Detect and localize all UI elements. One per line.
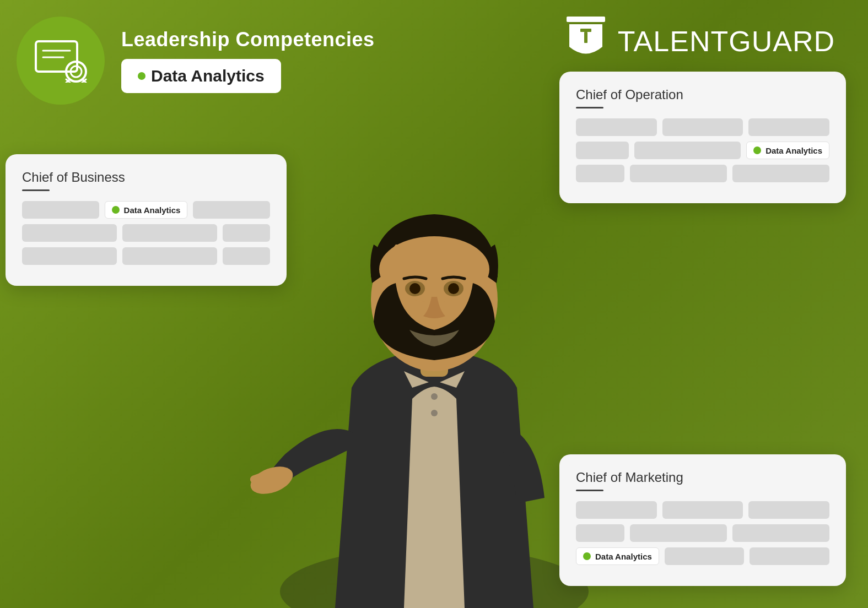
svg-point-18 [409,283,420,294]
certificate-icon [33,39,88,83]
skeleton-block [748,118,829,136]
badge-dot [138,72,145,80]
card-chief-of-business: Chief of Business Data Analytics [6,154,287,286]
card-chief-of-marketing: Chief of Marketing Data Analytics [559,454,846,586]
header-section: Leadership Competencies Data Analytics [17,17,375,105]
card-operation-row-2: Data Analytics [576,142,829,159]
badge-text: Data Analytics [124,205,181,215]
badge-dot [583,552,591,560]
badge-dot [753,146,761,154]
leadership-competencies-title: Leadership Competencies [121,28,375,51]
badge-dot [112,206,120,214]
skeleton-block [22,247,117,265]
skeleton-block [193,201,270,219]
card-business-row-1: Data Analytics [22,201,270,219]
skeleton-block [732,165,829,182]
skeleton-block [732,524,829,542]
competency-badge: Data Analytics [121,59,281,93]
skeleton-block [576,524,624,542]
svg-rect-23 [431,410,438,416]
card-business-row-2 [22,224,270,242]
talentguard-logo: TALENTGUARD [564,17,835,66]
shield-icon [564,17,608,66]
skeleton-block [122,224,217,242]
skeleton-block [22,201,99,219]
badge-label: Data Analytics [151,67,265,85]
svg-rect-22 [431,393,438,400]
skeleton-block [22,224,117,242]
skeleton-block [122,247,217,265]
skeleton-block [223,247,270,265]
card-marketing-row-3: Data Analytics [576,547,829,565]
data-analytics-badge-business: Data Analytics [105,201,188,219]
badge-text: Data Analytics [595,552,652,561]
badge-text: Data Analytics [765,146,822,155]
skeleton-block [576,501,657,519]
skeleton-block [576,142,629,159]
skeleton-block [630,165,727,182]
svg-rect-9 [567,17,605,22]
card-business-divider [22,189,50,191]
skeleton-block [662,501,743,519]
skeleton-block [662,118,743,136]
card-marketing-row-1 [576,501,829,519]
data-analytics-badge-operation: Data Analytics [746,142,829,159]
brand-name: TALENTGUARD [618,25,835,58]
card-marketing-row-2 [576,524,829,542]
card-business-row-3 [22,247,270,265]
card-marketing-title: Chief of Marketing [576,470,829,485]
card-operation-row-3 [576,165,829,182]
card-business-title: Chief of Business [22,170,270,185]
svg-point-19 [448,283,459,294]
card-operation-divider [576,107,603,108]
card-chief-of-operation: Chief of Operation Data Analytics [559,72,846,203]
skeleton-block [576,118,657,136]
certificate-icon-circle [17,17,105,105]
data-analytics-badge-marketing: Data Analytics [576,547,659,565]
skeleton-block [576,165,624,182]
heading-area: Leadership Competencies Data Analytics [121,28,375,93]
card-marketing-divider [576,490,603,491]
skeleton-block [750,547,829,565]
skeleton-block [665,547,745,565]
skeleton-block [630,524,727,542]
svg-rect-10 [580,29,591,32]
card-operation-row-1 [576,118,829,136]
card-operation-title: Chief of Operation [576,87,829,102]
skeleton-block [223,224,270,242]
brand-name-part2: GUARD [729,25,835,57]
skeleton-block [634,142,741,159]
svg-rect-11 [584,32,587,43]
brand-name-part1: TALENT [618,25,729,57]
skeleton-block [748,501,829,519]
